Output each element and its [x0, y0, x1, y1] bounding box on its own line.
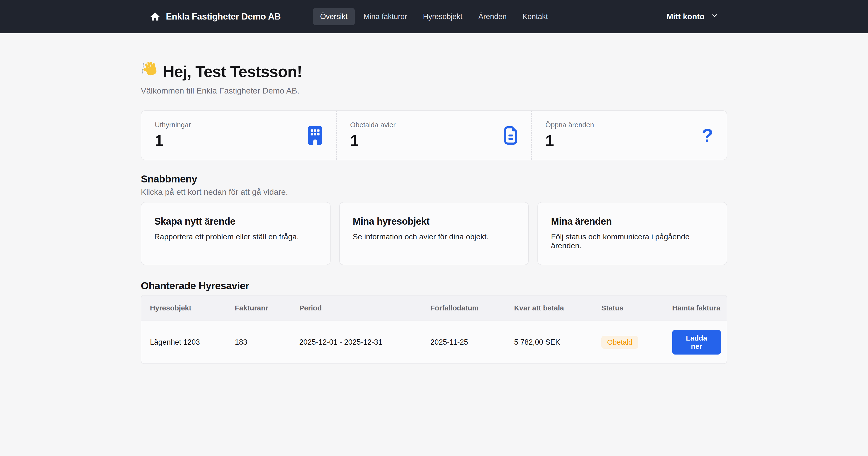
page-title: Hej, Test Testsson!	[141, 60, 727, 83]
home-icon	[150, 11, 161, 22]
card-description: Följ status och kommunicera i pågående ä…	[551, 232, 714, 250]
quick-cards-row: Skapa nytt ärende Rapportera ett problem…	[141, 202, 727, 265]
cell-hyresobjekt: Lägenhet 1203	[141, 329, 226, 356]
stat-oppna-arenden: Öppna ärenden 1 ?	[531, 111, 727, 160]
chevron-down-icon	[711, 12, 718, 22]
nav-item-hyresobjekt[interactable]: Hyresobjekt	[416, 8, 470, 25]
main-content: Hej, Test Testsson! Välkommen till Enkla…	[141, 60, 727, 364]
col-period: Period	[290, 295, 422, 321]
greeting-text: Hej, Test Testsson!	[163, 62, 302, 81]
stat-text: Öppna ärenden 1	[546, 121, 594, 150]
stat-text: Obetalda avier 1	[350, 121, 396, 150]
stat-label: Öppna ärenden	[546, 121, 594, 129]
col-forfallodatum: Förfallodatum	[422, 295, 505, 321]
main-nav: Översikt Mina fakturor Hyresobjekt Ärend…	[313, 8, 555, 25]
account-label: Mitt konto	[666, 12, 705, 21]
col-hyresobjekt: Hyresobjekt	[141, 295, 226, 321]
account-menu-button[interactable]: Mitt konto	[666, 12, 718, 22]
stat-label: Uthyrningar	[155, 121, 191, 129]
cell-forfallodatum: 2025-11-25	[422, 329, 505, 356]
quick-menu-section: Snabbmeny Klicka på ett kort nedan för a…	[141, 173, 727, 265]
table-row: Lägenhet 1203 183 2025-12-01 - 2025-12-3…	[141, 321, 727, 363]
nav-item-mina-fakturor[interactable]: Mina fakturor	[356, 8, 414, 25]
card-mina-arenden[interactable]: Mina ärenden Följ status och kommunicera…	[537, 202, 727, 265]
card-title: Mina ärenden	[551, 216, 714, 227]
brand-label: Enkla Fastigheter Demo AB	[166, 11, 281, 22]
table-header-row: Hyresobjekt Fakturanr Period Förfallodat…	[141, 295, 727, 321]
stat-uthyrningar: Uthyrningar 1	[141, 111, 336, 160]
brand-home-link[interactable]: Enkla Fastigheter Demo AB	[150, 11, 281, 22]
stat-obetalda-avier: Obetalda avier 1	[336, 111, 531, 160]
col-fakturanr: Fakturanr	[226, 295, 290, 321]
greeting-section: Hej, Test Testsson! Välkommen till Enkla…	[141, 60, 727, 95]
cell-fakturanr: 183	[226, 329, 290, 356]
col-kvar-att-betala: Kvar att betala	[505, 295, 593, 321]
card-mina-hyresobjekt[interactable]: Mina hyresobjekt Se information och avie…	[339, 202, 529, 265]
cell-period: 2025-12-01 - 2025-12-31	[290, 329, 422, 356]
navbar-inner: Enkla Fastigheter Demo AB Översikt Mina …	[141, 0, 727, 33]
stat-value: 1	[546, 132, 594, 150]
stats-row: Uthyrningar 1 Obetalda avier 1	[141, 110, 727, 160]
question-icon: ?	[702, 126, 713, 145]
nav-item-kontakt[interactable]: Kontakt	[515, 8, 555, 25]
card-skapa-nytt-arende[interactable]: Skapa nytt ärende Rapportera ett problem…	[141, 202, 331, 265]
quick-menu-title: Snabbmeny	[141, 173, 727, 185]
card-description: Rapportera ett problem eller ställ en fr…	[154, 232, 317, 241]
invoice-icon	[503, 126, 518, 145]
waving-hand-icon	[141, 60, 159, 83]
stat-text: Uthyrningar 1	[155, 121, 191, 150]
nav-item-oversikt[interactable]: Översikt	[313, 8, 355, 25]
nav-item-arenden[interactable]: Ärenden	[471, 8, 514, 25]
stat-label: Obetalda avier	[350, 121, 396, 129]
cell-status: Obetald	[593, 327, 663, 358]
col-status: Status	[593, 295, 663, 321]
stat-value: 1	[350, 132, 396, 150]
invoices-section: Ohanterade Hyresavier Hyresobjekt Faktur…	[141, 280, 727, 364]
cell-kvar-att-betala: 5 782,00 SEK	[505, 329, 593, 356]
greeting-subtitle: Välkommen till Enkla Fastigheter Demo AB…	[141, 86, 727, 95]
cell-download: Ladda ner	[663, 321, 727, 363]
col-hamta-faktura: Hämta faktura	[663, 295, 727, 321]
building-icon	[308, 126, 322, 145]
invoices-title: Ohanterade Hyresavier	[141, 280, 727, 292]
status-badge: Obetald	[601, 336, 638, 349]
top-navbar: Enkla Fastigheter Demo AB Översikt Mina …	[0, 0, 868, 33]
card-description: Se information och avier för dina objekt…	[353, 232, 516, 241]
invoices-table: Hyresobjekt Fakturanr Period Förfallodat…	[141, 295, 727, 364]
quick-menu-subtitle: Klicka på ett kort nedan för att gå vida…	[141, 187, 727, 197]
card-title: Skapa nytt ärende	[154, 216, 317, 227]
card-title: Mina hyresobjekt	[353, 216, 516, 227]
download-invoice-button[interactable]: Ladda ner	[672, 330, 721, 355]
stat-value: 1	[155, 132, 191, 150]
